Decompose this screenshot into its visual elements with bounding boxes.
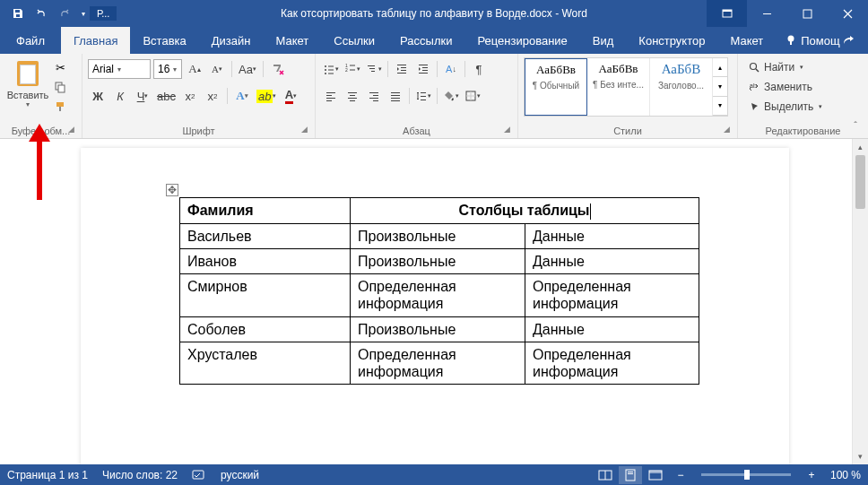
language-indicator[interactable]: русский [221, 469, 259, 481]
table-row[interactable]: ИвановПроизвольныеДанные [180, 248, 699, 273]
vertical-scrollbar[interactable]: ▴ ▾ [852, 139, 868, 464]
tab-design[interactable]: Дизайн [199, 27, 264, 54]
select-button[interactable]: Выделить▾ [743, 97, 863, 117]
show-marks-button[interactable]: ¶ [469, 59, 489, 79]
tab-table-layout[interactable]: Макет [717, 27, 776, 54]
superscript-button[interactable]: x2 [203, 86, 222, 106]
word-count[interactable]: Число слов: 22 [102, 469, 178, 481]
zoom-out-button[interactable]: − [669, 466, 692, 484]
table-move-handle[interactable]: ✥ [166, 184, 178, 196]
styles-gallery[interactable]: АаБбВв ¶ Обычный АаБбВв ¶ Без инте... Аа… [524, 57, 728, 117]
svg-rect-34 [326, 100, 332, 101]
underline-button[interactable]: Ч▾ [133, 86, 152, 106]
tab-insert[interactable]: Вставка [130, 27, 198, 54]
table-header-cell[interactable]: Фамилия [180, 198, 351, 224]
multilevel-list-button[interactable]: ▾ [364, 59, 384, 79]
increase-indent-button[interactable] [413, 59, 433, 79]
line-spacing-button[interactable]: ▾ [413, 86, 433, 106]
highlight-button[interactable]: ab▾ [255, 86, 278, 106]
tell-me-search[interactable]: Помощ [785, 27, 839, 54]
style-normal[interactable]: АаБбВв ¶ Обычный [525, 58, 587, 116]
styles-launcher[interactable]: ◢ [724, 125, 734, 135]
scroll-down-button[interactable]: ▾ [853, 448, 868, 464]
find-button[interactable]: Найти▾ [743, 57, 863, 77]
table-header-row[interactable]: Фамилия Столбцы таблицы [180, 198, 699, 224]
decrease-indent-button[interactable] [392, 59, 412, 79]
cut-button[interactable]: ✂ [50, 57, 70, 77]
collapse-ribbon-button[interactable]: ˆ [846, 117, 864, 134]
svg-point-4 [788, 36, 794, 42]
italic-button[interactable]: К [110, 86, 130, 106]
text-effects-button[interactable]: A▾ [232, 86, 252, 106]
maximize-button[interactable] [787, 0, 828, 27]
bold-button[interactable]: Ж [88, 86, 108, 106]
zoom-in-button[interactable]: + [800, 466, 823, 484]
numbering-button[interactable]: 12▾ [343, 59, 362, 79]
redo-button[interactable] [54, 3, 75, 24]
save-button[interactable] [7, 3, 29, 24]
justify-button[interactable] [386, 86, 405, 106]
user-badge[interactable]: Р... [90, 6, 117, 21]
paragraph-launcher[interactable]: ◢ [504, 125, 515, 135]
zoom-slider[interactable] [701, 473, 791, 476]
change-case-button[interactable]: Aa▾ [237, 59, 258, 79]
scroll-thumb[interactable] [855, 155, 865, 209]
table-row[interactable]: СмирновОпределенная информацияОпределенн… [180, 274, 699, 316]
ribbon-options-button[interactable] [707, 0, 747, 27]
format-painter-button[interactable] [50, 97, 70, 117]
font-color-button[interactable]: A▾ [281, 86, 300, 106]
svg-rect-28 [422, 67, 428, 68]
page-indicator[interactable]: Страница 1 из 1 [7, 469, 88, 481]
copy-button[interactable] [50, 77, 70, 97]
table-row[interactable]: СоболевПроизвольныеДанные [180, 316, 699, 342]
style-heading1[interactable]: АаБбВ Заголово... [650, 58, 713, 116]
tab-references[interactable]: Ссылки [321, 27, 387, 54]
tab-layout[interactable]: Макет [263, 27, 321, 54]
tab-review[interactable]: Рецензирование [464, 27, 579, 54]
align-left-button[interactable] [321, 86, 341, 106]
tab-file[interactable]: Файл [0, 27, 61, 54]
styles-scroll-down[interactable]: ▾ [713, 77, 727, 96]
styles-expand[interactable]: ▾ [713, 97, 727, 116]
zoom-level[interactable]: 100 % [830, 469, 861, 481]
bullets-button[interactable]: ▾ [321, 59, 341, 79]
style-no-spacing[interactable]: АаБбВв ¶ Без инте... [587, 58, 650, 116]
replace-button[interactable]: ab Заменить [743, 77, 863, 97]
table-header-cell[interactable]: Столбцы таблицы [351, 198, 699, 224]
subscript-button[interactable]: x2 [180, 86, 200, 106]
read-mode-button[interactable] [594, 466, 617, 484]
font-launcher[interactable]: ◢ [301, 125, 312, 135]
tab-view[interactable]: Вид [580, 27, 627, 54]
table-row[interactable]: ХрусталевОпределенная информацияОпределе… [180, 342, 699, 384]
sort-button[interactable]: A↓ [441, 59, 461, 79]
styles-scroll-up[interactable]: ▴ [713, 58, 727, 77]
font-size-combo[interactable]: 16▾ [153, 59, 182, 79]
spellcheck-button[interactable] [192, 469, 206, 481]
close-button[interactable] [828, 0, 868, 27]
minimize-button[interactable] [747, 0, 787, 27]
grow-font-button[interactable]: A▴ [185, 59, 204, 79]
qat-customize-button[interactable]: ▾ [77, 3, 90, 24]
document-area[interactable]: ✥ Фамилия Столбцы таблицы ВасильевПроизв… [0, 139, 868, 464]
svg-rect-45 [391, 98, 400, 99]
clear-formatting-button[interactable] [268, 59, 288, 79]
borders-button[interactable]: ▾ [463, 86, 482, 106]
undo-button[interactable] [30, 3, 52, 24]
shading-button[interactable]: ▾ [441, 86, 461, 106]
font-name-combo[interactable]: Arial▾ [88, 59, 151, 79]
tab-table-design[interactable]: Конструктор [626, 27, 717, 54]
align-center-button[interactable] [343, 86, 362, 106]
print-layout-button[interactable] [619, 466, 642, 484]
tab-home[interactable]: Главная [61, 27, 130, 54]
align-right-button[interactable] [364, 86, 384, 106]
web-layout-button[interactable] [644, 466, 667, 484]
document-table[interactable]: Фамилия Столбцы таблицы ВасильевПроизвол… [179, 197, 699, 385]
strikethrough-button[interactable]: abc [155, 86, 178, 106]
scroll-up-button[interactable]: ▴ [853, 139, 868, 155]
shrink-font-button[interactable]: A▾ [207, 59, 227, 79]
share-button[interactable] [842, 27, 855, 54]
table-row[interactable]: ВасильевПроизвольныеДанные [180, 223, 699, 248]
tab-mailings[interactable]: Рассылки [387, 27, 464, 54]
clipboard-launcher[interactable]: ◢ [68, 125, 79, 135]
page[interactable]: ✥ Фамилия Столбцы таблицы ВасильевПроизв… [81, 148, 789, 464]
